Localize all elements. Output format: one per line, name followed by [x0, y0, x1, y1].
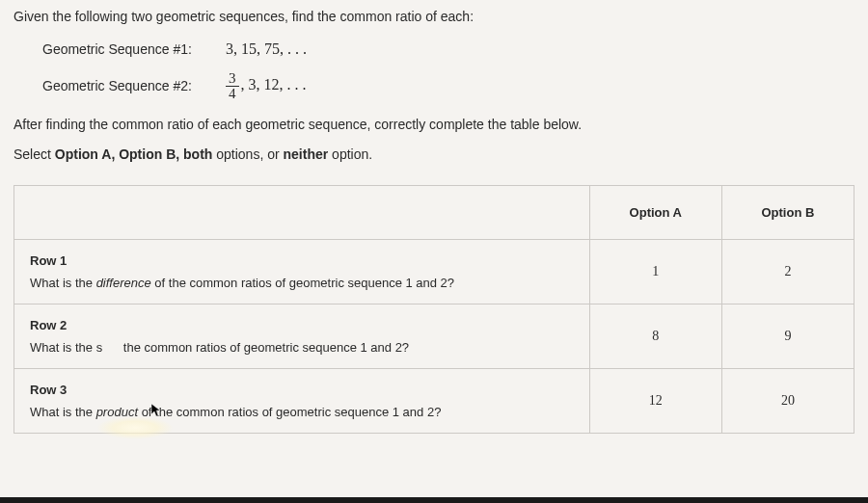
sequence-2-line: Geometric Sequence #2: 3 4 , 3, 12, . . …	[42, 71, 854, 101]
select-prefix: Select	[14, 146, 55, 162]
row-3-title: Row 3	[30, 383, 574, 397]
row-2-title: Row 2	[30, 318, 574, 332]
row-2-question-cell: Row 2 What is the s the common ratios of…	[14, 304, 590, 368]
table-header-row: Option A Option B	[14, 185, 854, 239]
row-3-option-a[interactable]: 12	[589, 368, 721, 433]
sequence-2-value: 3 4 , 3, 12, . . .	[226, 71, 307, 101]
intro-text: Given the following two geometric sequen…	[14, 8, 854, 27]
after-text: After finding the common ratio of each g…	[14, 115, 854, 135]
select-suffix: option.	[328, 146, 372, 162]
row-2-option-b[interactable]: 9	[721, 304, 854, 368]
table-row: Row 3 What is the product of the common …	[14, 368, 854, 433]
row-2-question: What is the s the common ratios of geome…	[30, 340, 574, 355]
table-row: Row 1 What is the difference of the comm…	[14, 239, 854, 304]
sequence-2-label: Geometric Sequence #2:	[42, 78, 206, 93]
table-row: Row 2 What is the s the common ratios of…	[14, 304, 854, 368]
select-bold: Option A, Option B, both	[55, 146, 213, 162]
screen-bottom-edge	[0, 497, 868, 503]
sequence-1-line: Geometric Sequence #1: 3, 15, 75, . . .	[42, 40, 854, 58]
fraction-denominator: 4	[226, 87, 239, 101]
sequence-2-rest: , 3, 12, . . .	[241, 76, 307, 93]
row-1-question-cell: Row 1 What is the difference of the comm…	[14, 239, 590, 304]
row-1-question: What is the difference of the common rat…	[30, 276, 574, 290]
sequence-1-value: 3, 15, 75, . . .	[226, 40, 307, 58]
select-instruction: Select Option A, Option B, both options,…	[14, 146, 854, 162]
select-mid: options, or	[212, 146, 283, 162]
row-1-title: Row 1	[30, 253, 574, 268]
fraction-numerator: 3	[226, 71, 239, 87]
header-blank	[14, 185, 590, 239]
select-bold2: neither	[284, 146, 329, 162]
row-1-option-b[interactable]: 2	[721, 239, 854, 304]
sequence-1-label: Geometric Sequence #1:	[42, 41, 206, 57]
row-2-option-a[interactable]: 8	[589, 304, 721, 368]
fraction: 3 4	[226, 71, 239, 101]
row-3-option-b[interactable]: 20	[721, 368, 854, 433]
header-option-b: Option B	[721, 185, 854, 239]
header-option-a: Option A	[589, 185, 721, 239]
row-3-question-cell: Row 3 What is the product of the common …	[14, 368, 590, 433]
row-3-question: What is the product of the common ratios…	[30, 405, 574, 419]
row-1-option-a[interactable]: 1	[589, 239, 721, 304]
options-table: Option A Option B Row 1 What is the diff…	[14, 185, 854, 434]
